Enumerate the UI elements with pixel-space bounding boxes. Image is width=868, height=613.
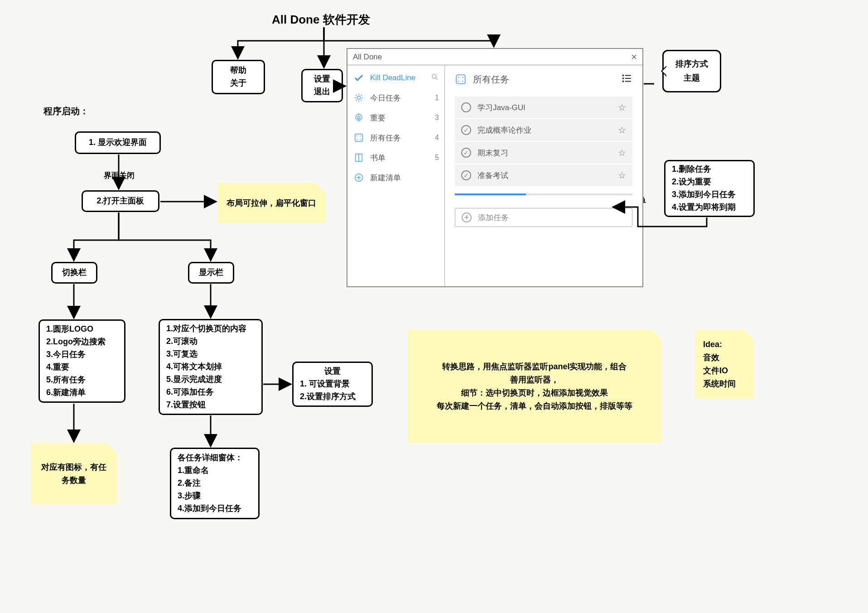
switch-list-2: 2.Logo旁边搜索: [46, 336, 106, 348]
about-label: 关于: [230, 77, 246, 90]
svg-rect-10: [456, 75, 465, 84]
task-label: 完成概率论作业: [477, 125, 531, 135]
flow-step-1-label: 1. 显示欢迎界面: [89, 136, 147, 149]
task-row[interactable]: 期末复习 ☆: [455, 142, 632, 164]
switch-note-text: 对应有图标，有任务数量: [40, 461, 108, 487]
idea-note: Idea: 音效 文件IO 系统时间: [695, 330, 754, 399]
star-icon[interactable]: ☆: [618, 147, 626, 158]
help-about-box: 帮助 关于: [212, 60, 265, 94]
sidebar-item-books-count: 5: [435, 154, 439, 162]
flow-step-2-label: 2.打开主面板: [96, 195, 144, 208]
switch-note: 对应有图标，有任务数量: [31, 443, 117, 504]
task-label: 期末复习: [477, 148, 508, 158]
svg-point-5: [360, 135, 361, 136]
idea-note-1: 音效: [703, 351, 746, 364]
star-icon[interactable]: ☆: [618, 125, 626, 135]
task-checkbox[interactable]: [461, 125, 471, 135]
sidebar-header-label: Kill DeadLine: [370, 73, 415, 82]
task-checkbox[interactable]: [461, 170, 471, 180]
star-icon[interactable]: ☆: [618, 170, 626, 181]
book-icon: [353, 152, 365, 164]
gear-icon: [353, 112, 365, 124]
edge-label-close: 界面关闭: [102, 170, 136, 181]
flow-step-1: 1. 显示欢迎界面: [75, 131, 161, 154]
svg-point-17: [622, 77, 624, 79]
sidebar-item-today-count: 1: [435, 94, 439, 102]
settings-popup-box: 设置 1. 可设置背景 2.设置排序方式: [292, 362, 373, 407]
svg-rect-18: [625, 78, 631, 79]
menu-icon[interactable]: [621, 72, 632, 87]
sidebar-item-important[interactable]: 重要 3: [347, 108, 444, 128]
app-main: 所有任务 学习Java-GUI ☆ 完成概率论作业 ☆: [445, 65, 642, 286]
bubble-theme-label: 主题: [684, 71, 700, 85]
svg-rect-20: [625, 81, 631, 82]
task-detail-1: 1.重命名: [178, 464, 209, 477]
switch-list-3: 3.今日任务: [46, 348, 86, 361]
big-note-1: 转换思路，用焦点监听器监听panel实现功能，组合: [442, 360, 627, 373]
idea-note-3: 系统时间: [703, 377, 746, 391]
sidebar-item-all-count: 4: [435, 134, 439, 142]
task-checkbox[interactable]: [461, 148, 471, 158]
display-col-box: 显示栏: [188, 262, 234, 284]
sort-theme-bubble: 排序方式 主题: [662, 50, 721, 92]
task-row[interactable]: 准备考试 ☆: [455, 164, 632, 186]
svg-point-14: [462, 81, 463, 82]
switch-col-box: 切换栏: [51, 262, 97, 284]
switch-col-label: 切换栏: [62, 266, 87, 279]
app-title-text: All Done: [353, 53, 382, 62]
svg-point-4: [357, 135, 357, 136]
plus-circle-icon: [353, 172, 365, 183]
display-list-5: 5.显示完成进度: [166, 373, 222, 386]
task-row[interactable]: 学习Java-GUI ☆: [455, 97, 632, 118]
add-task-input[interactable]: + 添加任务: [455, 208, 632, 227]
sidebar-item-all[interactable]: 所有任务 4: [347, 128, 444, 148]
context-menu-2: 2.设为重要: [672, 176, 711, 188]
main-header: 所有任务: [455, 72, 632, 87]
star-icon[interactable]: ☆: [618, 102, 626, 113]
settings-popup-title: 设置: [324, 365, 341, 378]
sidebar-header[interactable]: Kill DeadLine: [347, 68, 444, 88]
note-main-panel: 布局可拉伸，扁平化窗口: [217, 183, 325, 223]
sidebar-item-new-list-label: 新建清单: [370, 173, 401, 183]
sidebar-item-books-label: 书单: [370, 153, 386, 163]
context-menu-1: 1.删除任务: [672, 163, 711, 176]
svg-point-0: [432, 74, 436, 78]
sidebar-item-books[interactable]: 书单 5: [347, 148, 444, 168]
display-list-4: 4.可将文本划掉: [166, 361, 222, 373]
grid-icon: [353, 132, 365, 144]
task-row[interactable]: 完成概率论作业 ☆: [455, 119, 632, 141]
switch-list-5: 5.所有任务: [46, 374, 86, 386]
switch-list-1: 1.圆形LOGO: [46, 323, 93, 336]
context-menu-4: 4.设置为即将到期: [672, 201, 736, 214]
idea-note-title: Idea:: [703, 338, 746, 351]
close-icon[interactable]: ×: [631, 51, 637, 63]
context-menu-box: 1.删除任务 2.设为重要 3.添加到今日任务 4.设置为即将到期: [664, 160, 755, 217]
exit-label: 退出: [314, 86, 330, 98]
task-detail-4: 4.添加到今日任务: [178, 502, 241, 515]
flow-step-2: 2.打开主面板: [82, 190, 159, 212]
program-start-label: 程序启动：: [43, 105, 89, 117]
sidebar-item-today[interactable]: 今日任务 1: [347, 88, 444, 108]
task-checkbox[interactable]: [461, 102, 471, 112]
settings-popup-1: 1. 可设置背景: [300, 378, 350, 391]
display-list-7: 7.设置按钮: [166, 399, 206, 411]
diagram-title: All Done 软件开发: [272, 12, 370, 28]
sidebar-item-new-list[interactable]: 新建清单: [347, 168, 444, 188]
display-col-label: 显示栏: [199, 266, 223, 279]
search-icon[interactable]: [431, 73, 439, 83]
svg-point-6: [357, 139, 357, 140]
svg-point-19: [622, 81, 624, 82]
plus-icon: +: [462, 212, 472, 222]
big-note-2: 善用监听器，: [510, 373, 559, 386]
svg-point-11: [458, 77, 459, 78]
context-menu-3: 3.添加到今日任务: [672, 188, 736, 201]
switch-list-4: 4.重要: [46, 361, 69, 374]
display-list-2: 2.可滚动: [166, 335, 198, 348]
settings-label: 设置: [314, 73, 330, 86]
progress-bar: [455, 193, 632, 195]
sidebar-item-important-label: 重要: [370, 113, 386, 123]
svg-point-13: [458, 81, 459, 82]
grid-icon: [455, 73, 468, 86]
progress-fill: [455, 193, 526, 195]
settings-exit-box: 设置 退出: [301, 69, 343, 102]
